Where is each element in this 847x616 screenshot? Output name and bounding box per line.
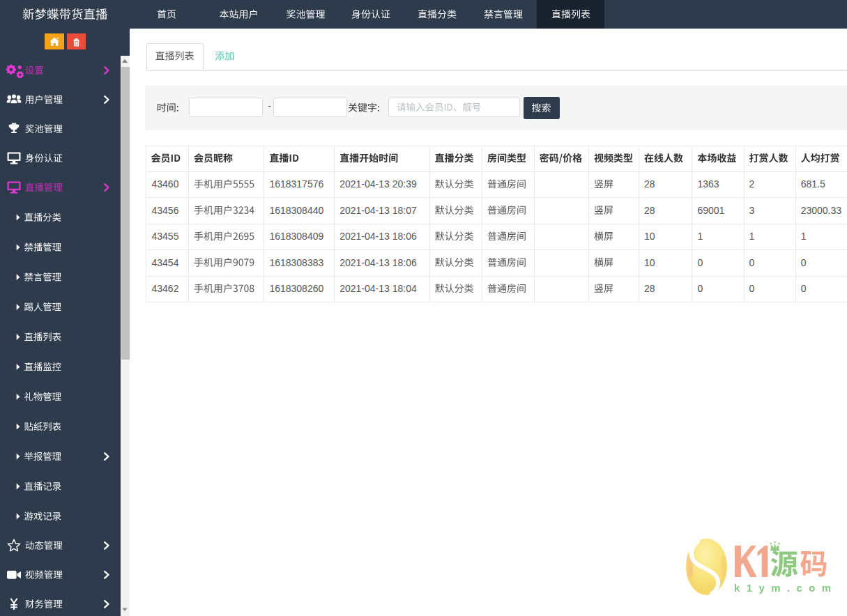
- svg-text:k1ym.com: k1ym.com: [734, 582, 838, 594]
